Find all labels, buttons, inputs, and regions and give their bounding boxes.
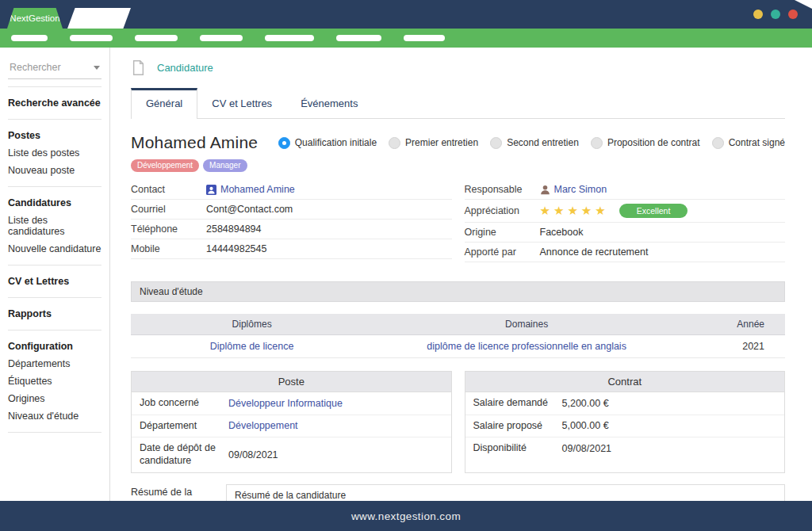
- date-depot-row: Date de dépôt de candidature 09/08/2021: [132, 437, 451, 472]
- stage-second-entretien[interactable]: Second entretien: [490, 137, 579, 149]
- details-info-table: Responsable Marc Simon Appréciation: [465, 180, 786, 262]
- resume-label: Résumé de la candidature: [131, 484, 226, 502]
- breadcrumb: Candidature: [131, 57, 785, 77]
- main-nav-bar: [0, 29, 812, 48]
- stage-proposition-de-contrat[interactable]: Proposition de contrat: [591, 137, 700, 149]
- contrat-table-title: Contrat: [465, 372, 785, 392]
- nav-pill[interactable]: [200, 35, 243, 41]
- badge-departement: Développement: [131, 159, 199, 172]
- footer: www.nextgestion.com: [0, 501, 812, 531]
- radio-icon[interactable]: [591, 137, 603, 149]
- nav-pill[interactable]: [404, 35, 445, 41]
- departement-link[interactable]: Développement: [228, 420, 298, 431]
- telephone-value: 2584894894: [206, 223, 262, 235]
- candidate-name: Mohamed Amine: [131, 133, 258, 152]
- departement-row: Département Développement: [132, 415, 451, 438]
- table-row: Diplôme de licence diplôme de licence pr…: [131, 335, 785, 358]
- date-depot-value: 09/08/2021: [228, 449, 278, 460]
- education-table: Diplômes Domaines Année Diplôme de licen…: [131, 314, 785, 358]
- column-header-domaines: Domaines: [373, 314, 680, 335]
- corner-decoration: [795, 0, 812, 9]
- sidebar-item-etiquettes[interactable]: Étiquettes: [0, 372, 109, 390]
- sidebar-item-postes[interactable]: Postes: [0, 127, 109, 144]
- sidebar-item-recherche-avancee[interactable]: Recherche avancée: [0, 94, 109, 112]
- radio-icon[interactable]: [389, 137, 400, 149]
- responsable-link[interactable]: Marc Simon: [554, 184, 607, 195]
- domaine-link[interactable]: diplôme de licence professionnelle en an…: [427, 341, 626, 352]
- breadcrumb-label[interactable]: Candidature: [157, 62, 213, 74]
- search-placeholder: Rechercher: [10, 62, 61, 73]
- stage-radio-group: Qualification initiale Premier entretien…: [278, 137, 785, 149]
- radio-selected-icon[interactable]: [278, 137, 290, 149]
- sidebar-item-liste-des-candidatures[interactable]: Liste des candidatures: [0, 212, 109, 240]
- star-rating-icon[interactable]: ★★★★★: [540, 204, 609, 218]
- radio-icon[interactable]: [490, 137, 502, 149]
- column-header-diplomes: Diplômes: [131, 314, 373, 335]
- poste-table: Poste Job concerné Développeur Informati…: [131, 371, 452, 473]
- salaire-demande-row: Salaire demandé 5,200.00 €: [465, 392, 785, 415]
- contact-link[interactable]: Mohamed Amine: [220, 184, 295, 195]
- contact-info-table: Contact Mohamed Amine Courriel Co: [131, 180, 452, 262]
- divider: [8, 432, 102, 433]
- apporte-par-value: Annonce de recrutement: [540, 246, 649, 258]
- sidebar-item-nouvelle-candidature[interactable]: Nouvelle candidature: [0, 240, 109, 258]
- window-dot-yellow[interactable]: [753, 10, 763, 19]
- sidebar-item-nouveau-poste[interactable]: Nouveau poste: [0, 162, 109, 179]
- sidebar-item-departements[interactable]: Départements: [0, 355, 109, 372]
- tab-bar: Général CV et Lettres Événements: [131, 88, 785, 119]
- person-icon: [540, 185, 550, 195]
- disponibilite-row: Disponibilité 09/08/2021: [465, 437, 785, 460]
- resume-textarea[interactable]: Résumé de la candidature: [226, 484, 785, 502]
- tab-evenements[interactable]: Événements: [286, 89, 372, 118]
- nav-pill[interactable]: [70, 35, 113, 41]
- divider: [8, 330, 102, 330]
- radio-icon[interactable]: [712, 137, 724, 149]
- window-dot-red[interactable]: [788, 10, 798, 19]
- badge-manager: Manager: [203, 159, 247, 172]
- sidebar-item-cv-et-lettres[interactable]: CV et Lettres: [0, 273, 109, 290]
- contact-card-icon: [206, 185, 216, 195]
- section-niveau-detude: Niveau d'étude: [131, 281, 785, 302]
- footer-url[interactable]: www.nextgestion.com: [351, 510, 461, 522]
- logo-slash-decoration: [67, 8, 131, 29]
- nav-pill[interactable]: [336, 35, 381, 41]
- app-window: NextGestion Rechercher Recherche avancée: [0, 0, 812, 531]
- tab-cv-et-lettres[interactable]: CV et Lettres: [197, 89, 286, 118]
- nav-pill[interactable]: [265, 35, 314, 41]
- window-dot-green[interactable]: [771, 10, 780, 19]
- poste-table-title: Poste: [132, 372, 451, 392]
- annee-value: 2021: [680, 335, 785, 358]
- stage-qualification-initiale[interactable]: Qualification initiale: [278, 137, 377, 149]
- job-concerne-link[interactable]: Développeur Informatique: [228, 398, 343, 409]
- nav-pill[interactable]: [135, 35, 178, 41]
- divider: [8, 265, 102, 266]
- sidebar-item-rapports[interactable]: Rapports: [0, 305, 109, 323]
- nav-pill[interactable]: [11, 35, 48, 41]
- appreciation-row: Appréciation ★★★★★ Excellent: [465, 200, 786, 223]
- sidebar-item-niveaux-detude[interactable]: Niveaux d'étude: [0, 407, 109, 425]
- sidebar-item-origines[interactable]: Origines: [0, 390, 109, 407]
- stage-premier-entretien[interactable]: Premier entretien: [389, 137, 478, 149]
- sidebar-item-liste-des-postes[interactable]: Liste des postes: [0, 144, 109, 162]
- window-controls: [753, 10, 798, 19]
- sidebar-item-configuration[interactable]: Configuration: [0, 338, 109, 355]
- origine-row: Origine Facebook: [465, 223, 786, 243]
- brand-logo[interactable]: NextGestion: [7, 8, 63, 29]
- mobile-value: 14444982545: [206, 243, 266, 254]
- sidebar-item-candidatures[interactable]: Candidatures: [0, 194, 109, 212]
- contact-row: Contact Mohamed Amine: [131, 180, 452, 200]
- divider: [8, 86, 102, 87]
- responsable-row: Responsable Marc Simon: [465, 180, 786, 200]
- tab-general[interactable]: Général: [131, 88, 197, 119]
- origine-value: Facebook: [540, 227, 584, 238]
- column-header-annee: Année: [680, 314, 785, 335]
- search-select[interactable]: Rechercher: [8, 58, 102, 79]
- sidebar: Rechercher Recherche avancée Postes List…: [0, 48, 110, 501]
- salaire-demande-value: 5,200.00 €: [562, 398, 609, 409]
- divider: [8, 186, 102, 187]
- telephone-row: Téléphone 2584894894: [131, 220, 452, 239]
- divider: [8, 297, 102, 298]
- stage-contrat-signe[interactable]: Contrat signé: [712, 137, 785, 149]
- diplome-link[interactable]: Diplôme de licence: [210, 341, 294, 352]
- courriel-value: Cont@Contact.com: [206, 204, 293, 215]
